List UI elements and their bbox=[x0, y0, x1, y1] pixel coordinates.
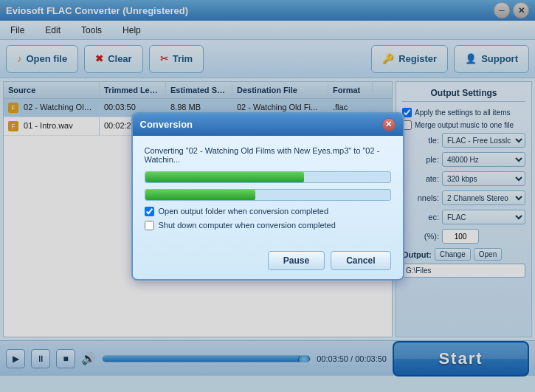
dialog-progress-bar-2 bbox=[145, 189, 391, 201]
dialog-title-bar: Conversion ✕ bbox=[133, 114, 403, 136]
dialog-progress-fill-1 bbox=[145, 172, 305, 182]
shutdown-checkbox[interactable] bbox=[145, 221, 154, 230]
open-folder-label: Open output folder when conversion compl… bbox=[159, 207, 329, 216]
open-folder-row: Open output folder when conversion compl… bbox=[145, 207, 391, 216]
conversion-dialog: Conversion ✕ Converting "02 - Watching O… bbox=[131, 112, 404, 281]
dialog-close-button[interactable]: ✕ bbox=[382, 118, 396, 131]
dialog-overlay: Conversion ✕ Converting "02 - Watching O… bbox=[0, 0, 535, 392]
pause-button-dialog[interactable]: Pause bbox=[268, 251, 325, 270]
open-folder-checkbox[interactable] bbox=[145, 207, 154, 216]
dialog-status-text: Converting "02 - Watching Old Films with… bbox=[145, 146, 391, 164]
dialog-body: Converting "02 - Watching Old Films with… bbox=[133, 136, 403, 245]
dialog-progress-fill-2 bbox=[145, 190, 255, 200]
dialog-footer: Pause Cancel bbox=[133, 245, 403, 279]
dialog-progress-bar-1 bbox=[145, 171, 391, 183]
shutdown-label: Shut down computer when conversion compl… bbox=[159, 221, 336, 230]
cancel-button-dialog[interactable]: Cancel bbox=[331, 251, 390, 270]
shutdown-row: Shut down computer when conversion compl… bbox=[145, 221, 391, 230]
dialog-title: Conversion bbox=[140, 119, 193, 130]
